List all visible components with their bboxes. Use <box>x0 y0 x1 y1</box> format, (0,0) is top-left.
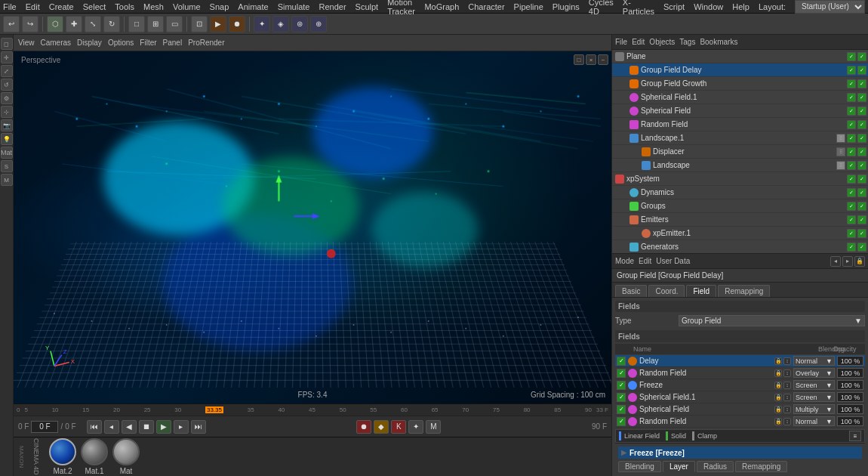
om-group-field-delay[interactable]: Group Field Delay ✓ ✓ <box>612 63 868 77</box>
om-sf-render[interactable]: ✓ <box>857 107 866 116</box>
am-prev-button[interactable]: ◂ <box>830 256 841 267</box>
frame-current-input[interactable] <box>31 421 58 433</box>
menu-animate[interactable]: Animate <box>238 2 268 11</box>
om-file[interactable]: File <box>615 38 627 46</box>
om-dynamics[interactable]: Dynamics ✓ ✓ <box>612 186 868 199</box>
field-random-icon1[interactable]: 🔒 <box>774 369 782 377</box>
field-sph1-icon2[interactable]: ↕ <box>783 394 791 401</box>
field-row-delay[interactable]: ✓ Delay 🔒 ↕ Normal▼ 100 % <box>615 355 865 367</box>
render-button[interactable]: ⏺ <box>229 16 245 32</box>
stop-button[interactable]: ⏹ <box>139 420 154 434</box>
field-sph-icon1[interactable]: 🔒 <box>774 406 782 413</box>
am-next-button[interactable]: ▸ <box>842 256 853 267</box>
field-sph1-icon1[interactable]: 🔒 <box>774 394 782 401</box>
field-sph1-opacity[interactable]: 100 % <box>837 392 863 402</box>
field-random2-check[interactable]: ✓ <box>617 417 626 426</box>
om-ls1-vis[interactable]: ✓ <box>847 134 856 143</box>
menu-volume[interactable]: Volume <box>173 2 201 11</box>
om-gfg-render[interactable]: ✓ <box>857 79 866 88</box>
om-plane-vis[interactable]: ✓ <box>847 52 856 61</box>
sidebar-modifier-icon[interactable]: M <box>1 174 13 186</box>
freeze-tab-blending[interactable]: Blending <box>618 461 661 472</box>
om-emitters[interactable]: Emitters ✓ ✓ <box>612 213 868 227</box>
om-rf-render[interactable]: ✓ <box>857 120 866 129</box>
sidebar-snap-icon[interactable]: ⊹ <box>1 106 13 118</box>
field-random-opacity[interactable]: 100 % <box>837 368 863 378</box>
menu-pipeline[interactable]: Pipeline <box>514 2 543 11</box>
menu-tools[interactable]: Tools <box>115 2 134 11</box>
om-emit-render[interactable]: ✓ <box>857 215 866 224</box>
menu-motion-tracker[interactable]: Motion Tracker <box>387 0 415 16</box>
field-random-check[interactable]: ✓ <box>617 369 626 378</box>
om-landscape[interactable]: Landscape ⠿ ✓ ✓ <box>612 159 868 172</box>
sidebar-select-icon[interactable]: ◻ <box>1 38 13 50</box>
render-region-button[interactable]: ⊡ <box>191 16 208 32</box>
menu-simulate[interactable]: Simulate <box>278 2 310 11</box>
field-sph-check[interactable]: ✓ <box>617 405 626 414</box>
sidebar-light-icon[interactable]: 💡 <box>1 133 13 145</box>
play-rev-button[interactable]: ◀ <box>122 420 137 434</box>
sidebar-move-icon[interactable]: ✛ <box>1 51 13 63</box>
om-ls1-render[interactable]: ✓ <box>857 134 866 143</box>
floor-button[interactable]: ▭ <box>166 16 183 32</box>
am-lock-button[interactable]: 🔒 <box>854 256 865 267</box>
om-xpemitter-1[interactable]: xpEmitter.1 ✓ ✓ <box>612 227 868 240</box>
menu-plugins[interactable]: Plugins <box>553 2 580 11</box>
am-user-data[interactable]: User Data <box>656 257 690 265</box>
viewport-lock-btn[interactable]: × <box>586 54 596 65</box>
om-grp-render[interactable]: ✓ <box>857 202 866 211</box>
prev-frame-button[interactable]: ◂ <box>104 420 119 434</box>
field-freeze-check[interactable]: ✓ <box>617 381 626 390</box>
field-freeze-icon1[interactable]: 🔒 <box>774 382 782 389</box>
new-object-button[interactable]: □ <box>128 16 145 32</box>
material-mat1[interactable]: Mat.1 <box>81 438 108 475</box>
menu-snap[interactable]: Snap <box>210 2 229 11</box>
xp-button-3[interactable]: ⊛ <box>291 16 308 32</box>
om-grp-vis[interactable]: ✓ <box>847 202 856 211</box>
om-spherical-field[interactable]: Spherical Field ✓ ✓ <box>612 104 868 118</box>
om-dyn-vis[interactable]: ✓ <box>847 188 856 197</box>
menu-mograph[interactable]: MoGraph <box>424 2 459 11</box>
field-row-random2[interactable]: ✓ Random Field 🔒 ↕ Normal▼ 100 % <box>615 416 865 428</box>
vp-menu-options[interactable]: Options <box>108 39 134 47</box>
vp-menu-display[interactable]: Display <box>77 39 102 47</box>
om-plane-render[interactable]: ✓ <box>857 52 866 61</box>
menu-file[interactable]: File <box>3 2 17 11</box>
om-rf-vis[interactable]: ✓ <box>847 120 856 129</box>
field-delay-opacity[interactable]: 100 % <box>837 356 863 366</box>
om-random-field[interactable]: Random Field ✓ ✓ <box>612 118 868 131</box>
freeze-tab-radius[interactable]: Radius <box>697 461 734 472</box>
om-group-field-growth[interactable]: Group Field Growth ✓ ✓ <box>612 77 868 91</box>
menu-script[interactable]: Script <box>663 2 685 11</box>
material-mat2[interactable]: Mat.2 <box>49 438 76 475</box>
om-gfg-vis[interactable]: ✓ <box>847 79 856 88</box>
freeze-tab-remapping[interactable]: Remapping <box>735 461 787 472</box>
sidebar-camera-icon[interactable]: 📷 <box>1 119 13 131</box>
om-xpsystem[interactable]: xpSystem ✓ ✓ <box>612 172 868 186</box>
redo-button[interactable]: ↪ <box>22 16 38 32</box>
auto-key-button[interactable]: K <box>391 420 406 434</box>
om-gen-vis[interactable]: ✓ <box>847 243 856 252</box>
field-random-icon2[interactable]: ↕ <box>783 369 791 377</box>
sidebar-rotate-icon[interactable]: ↺ <box>1 79 13 91</box>
om-xpe-vis[interactable]: ✓ <box>847 229 856 238</box>
scale-button[interactable]: ⤡ <box>85 16 101 32</box>
key-sel-button[interactable]: ✦ <box>408 420 423 434</box>
field-bar-menu[interactable]: ≡ <box>849 431 861 441</box>
om-ls1-tag1[interactable]: ⠿ <box>836 134 845 143</box>
am-tab-coord[interactable]: Coord. <box>648 285 685 297</box>
menu-edit[interactable]: Edit <box>26 2 40 11</box>
om-disp-render[interactable]: ✓ <box>857 147 866 156</box>
live-selection-button[interactable]: ⬡ <box>47 16 63 32</box>
om-xps-vis[interactable]: ✓ <box>847 175 856 184</box>
field-row-spherical[interactable]: ✓ Spherical Field 🔒 ↕ Multiply▼ 100 % <box>615 403 865 416</box>
field-sph1-blend[interactable]: Screen▼ <box>793 392 835 402</box>
field-random2-icon1[interactable]: 🔒 <box>774 418 782 425</box>
om-dyn-render[interactable]: ✓ <box>857 188 866 197</box>
xp-button-2[interactable]: ◈ <box>272 16 289 32</box>
field-sph-blend[interactable]: Multiply▼ <box>793 404 835 414</box>
vp-menu-panel[interactable]: Panel <box>163 39 183 47</box>
om-objects[interactable]: Objects <box>649 38 675 46</box>
field-row-freeze[interactable]: ✓ Freeze 🔒 ↕ Screen▼ 100 % <box>615 379 865 391</box>
om-xps-render[interactable]: ✓ <box>857 175 866 184</box>
